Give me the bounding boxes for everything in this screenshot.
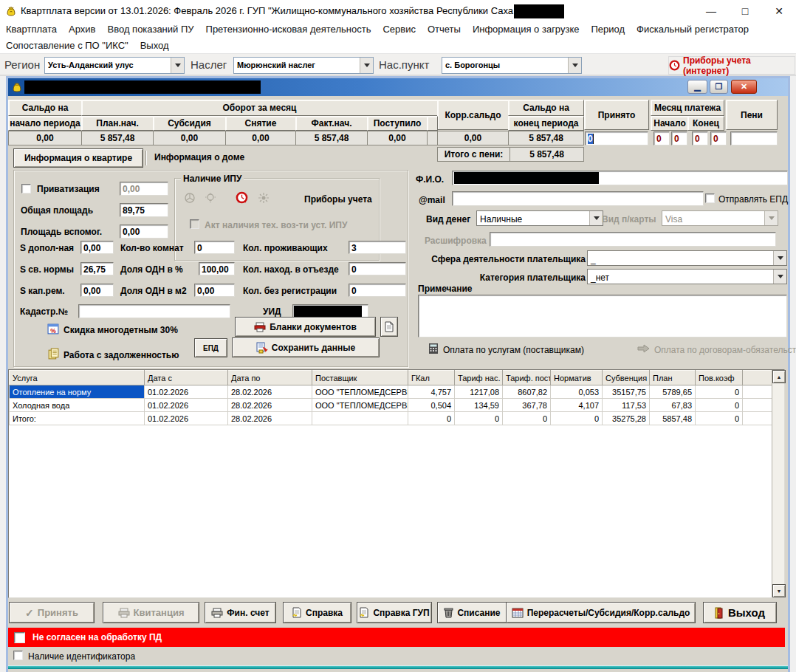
- tab-apartment[interactable]: Информация о квартире: [13, 148, 143, 168]
- grid-cell[interactable]: 35157,75: [603, 385, 650, 399]
- grid-cell[interactable]: 134,59: [455, 399, 503, 412]
- grid-cell[interactable]: 5857,48: [650, 412, 696, 425]
- epd-button[interactable]: ЕПД: [194, 338, 227, 357]
- pay-month-start2-input[interactable]: 0: [671, 131, 687, 145]
- money-type-select[interactable]: Наличные: [476, 210, 603, 226]
- nasleg-select[interactable]: Мюрюнский наслег: [233, 57, 374, 74]
- window-close-button[interactable]: ✕: [762, 0, 796, 22]
- save-button[interactable]: Сохранить данные: [232, 337, 380, 357]
- chevron-down-icon[interactable]: [171, 58, 184, 73]
- grid-column-header[interactable]: Тариф. пост: [503, 371, 551, 385]
- accepted-input[interactable]: 0: [585, 131, 648, 145]
- grid-cell[interactable]: 0: [455, 412, 503, 425]
- grid-column-header[interactable]: Субвенция: [603, 371, 650, 385]
- spravka-gup-button[interactable]: Справка ГУП: [357, 602, 432, 623]
- scroll-down-icon[interactable]: ▼: [772, 584, 786, 597]
- window-maximize-button[interactable]: □: [728, 0, 762, 22]
- grid-cell[interactable]: 0: [408, 412, 455, 425]
- menu-info-zagruzka[interactable]: Информация о загрузке: [467, 22, 586, 36]
- menu-pretenzionno[interactable]: Претензионно-исковая деятельность: [200, 22, 377, 36]
- aux-area-input[interactable]: 0,00: [120, 224, 168, 239]
- grid-column-header[interactable]: Тариф нас.: [455, 371, 503, 385]
- chevron-down-icon[interactable]: [773, 251, 786, 265]
- grid-cell[interactable]: 28.02.2026: [228, 412, 312, 425]
- grid-cell[interactable]: 5789,65: [650, 385, 696, 399]
- identifier-checkbox[interactable]: [13, 651, 23, 660]
- send-epd-checkbox[interactable]: [705, 193, 715, 203]
- grid-cell[interactable]: [312, 412, 408, 425]
- sphere-select[interactable]: _: [587, 250, 787, 266]
- rooms-input[interactable]: 0: [194, 241, 235, 254]
- total-area-input[interactable]: 89,75: [120, 203, 168, 217]
- grid-cell[interactable]: Отопление на норму: [10, 385, 145, 399]
- scroll-up-icon[interactable]: ▲: [772, 370, 786, 383]
- decode-input[interactable]: [490, 232, 776, 247]
- menu-vyhod[interactable]: Выход: [134, 38, 175, 52]
- pay-services-link[interactable]: Оплата по услугам (поставщикам): [443, 345, 584, 355]
- inner-minimize-button[interactable]: ▁: [687, 80, 707, 94]
- grid-cell[interactable]: 0: [696, 412, 743, 425]
- inner-close-button[interactable]: ✕: [731, 80, 757, 94]
- pay-month-end2-input[interactable]: 0: [710, 131, 727, 145]
- recalc-button[interactable]: Перерасчеты/Субсидия/Корр.сальдо: [506, 602, 696, 623]
- grid-cell[interactable]: 367,78: [503, 399, 551, 412]
- grid-cell[interactable]: ООО "ТЕПЛОМЕДСЕРВИ: [312, 385, 408, 399]
- grid-column-header[interactable]: ГКал: [408, 371, 455, 385]
- noreg-input[interactable]: 0: [349, 284, 406, 297]
- spravka-button[interactable]: Справка: [283, 602, 351, 623]
- grid-cell[interactable]: Итого:: [10, 412, 145, 425]
- grid-cell[interactable]: ООО "ТЕПЛОМЕДСЕРВИ: [312, 399, 408, 412]
- odn-m2-input[interactable]: 0,00: [194, 284, 235, 297]
- grid-cell[interactable]: 0: [696, 385, 743, 399]
- consent-checkbox[interactable]: [14, 632, 25, 643]
- chevron-down-icon[interactable]: [568, 58, 581, 73]
- grid-cell[interactable]: 01.02.2026: [145, 385, 228, 399]
- grid-cell[interactable]: 0: [551, 412, 603, 425]
- privatization-checkbox[interactable]: [21, 184, 31, 193]
- grid-cell[interactable]: 01.02.2026: [145, 412, 228, 425]
- mail-input[interactable]: [452, 191, 704, 206]
- pay-month-end1-input[interactable]: 0: [692, 131, 708, 145]
- document-button[interactable]: [380, 317, 398, 337]
- debt-button[interactable]: Работа с задолженностью: [64, 350, 179, 360]
- s-kap-input[interactable]: 0,00: [80, 284, 114, 297]
- grid-cell[interactable]: 28.02.2026: [228, 399, 312, 412]
- menu-kvartplata[interactable]: Квартплата: [0, 22, 63, 36]
- grid-column-header[interactable]: Дата по: [228, 371, 312, 385]
- away-input[interactable]: 0: [349, 262, 406, 275]
- grid-column-header[interactable]: План: [650, 371, 696, 385]
- menu-period[interactable]: Период: [585, 22, 631, 36]
- grid-column-header[interactable]: Пов.коэф: [696, 371, 743, 385]
- menu-sopostavlenie-iks[interactable]: Сопоставление с ПО "ИКС": [0, 38, 134, 52]
- grid-cell[interactable]: 4,757: [408, 385, 455, 399]
- kadastr-input[interactable]: [78, 304, 230, 318]
- grid-cell[interactable]: Холодная вода: [10, 399, 145, 412]
- grid-column-header[interactable]: Поставщик: [312, 371, 408, 385]
- grid-scrollbar[interactable]: ▲ ▼: [772, 370, 784, 597]
- pay-month-start1-input[interactable]: 0: [653, 131, 670, 145]
- meters-internet-button[interactable]: Приборы учета (интернет): [668, 56, 795, 75]
- blanks-button[interactable]: Бланки документов: [235, 317, 376, 337]
- clock-icon[interactable]: [236, 191, 248, 207]
- grid-column-header[interactable]: Норматив: [551, 371, 603, 385]
- fin-account-button[interactable]: Фин. счет: [205, 602, 276, 623]
- menu-fiskalny[interactable]: Фискальный регистратор: [631, 22, 755, 36]
- grid-cell[interactable]: 8607,82: [503, 385, 551, 399]
- writeoff-button[interactable]: Списание: [437, 602, 507, 623]
- grid-cell[interactable]: 4,107: [551, 399, 603, 412]
- naspunkt-select[interactable]: с. Борогонцы: [442, 57, 582, 74]
- inner-restore-button[interactable]: ❐: [710, 80, 728, 94]
- peni-input[interactable]: [730, 131, 778, 145]
- chevron-down-icon[interactable]: [589, 211, 603, 225]
- category-select[interactable]: _нет: [587, 269, 787, 284]
- s-norm-input[interactable]: 26,75: [80, 262, 114, 275]
- grid-cell[interactable]: 0: [696, 399, 743, 412]
- grid-column-header[interactable]: Услуга: [10, 371, 145, 385]
- window-minimize-button[interactable]: —: [694, 0, 728, 22]
- grid-cell[interactable]: 117,53: [603, 399, 650, 412]
- fio-input[interactable]: [452, 171, 788, 185]
- menu-servis[interactable]: Сервис: [377, 22, 422, 36]
- menu-arhiv[interactable]: Архив: [63, 22, 101, 36]
- grid-cell[interactable]: 0,053: [551, 385, 603, 399]
- grid-cell[interactable]: 35275,28: [603, 412, 650, 425]
